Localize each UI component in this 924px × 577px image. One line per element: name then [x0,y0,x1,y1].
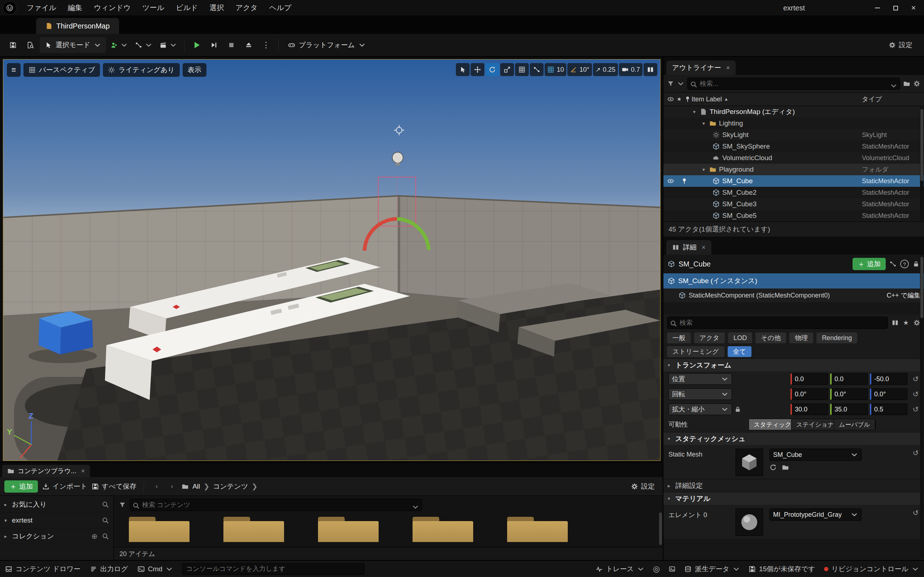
eye-icon[interactable] [667,95,674,103]
mobility-static-button[interactable]: スタティック [749,419,792,430]
filter-streaming[interactable]: ストリーミング [667,346,724,357]
star-icon[interactable]: ★ [677,96,682,102]
content-drawer-button[interactable]: コンテンツ ドロワー [5,564,81,574]
select-tool-button[interactable] [456,63,470,76]
search-icon[interactable] [102,517,109,524]
outliner-row-level[interactable]: ▾ThirdPersonMap (エディタ) [663,106,924,118]
menu-actor[interactable]: アクタ [230,0,263,16]
outliner-tab[interactable]: アウトライナー × [666,61,736,75]
menu-window[interactable]: ウィンドウ [88,0,136,16]
filter-misc[interactable]: その他 [756,332,786,343]
console-command-field[interactable] [182,563,365,575]
outliner-row-sm-cube5[interactable]: SM_Cube5 StaticMeshActor [663,210,924,221]
close-icon[interactable]: × [702,244,706,251]
eject-button[interactable] [241,37,257,53]
viewport-3d[interactable]: Z Y X ≡ パースペクティブ [3,59,661,461]
static-mesh-thumbnail[interactable] [736,449,763,476]
location-x-field[interactable]: 0.0 [790,373,828,385]
folder-item[interactable] [412,517,473,542]
rotation-dropdown[interactable]: 回転 [669,388,732,400]
play-options-button[interactable]: ⋮ [258,37,274,53]
outliner-row-lighting[interactable]: ▾Lighting [663,118,924,129]
details-settings-icon[interactable] [913,319,921,326]
frame-skip-button[interactable] [206,37,222,53]
close-icon[interactable]: × [726,64,730,72]
display-options-icon[interactable] [892,319,899,326]
close-button[interactable]: × [905,0,922,16]
details-scrollbar[interactable] [920,255,924,559]
outliner-row-skysphere[interactable]: SM_SkySphere StaticMeshActor [663,141,924,152]
add-collection-icon[interactable]: ⊕ [91,532,97,541]
scale-x-field[interactable]: 30.0 [790,403,828,415]
filter-actor[interactable]: アクタ [694,332,725,343]
viewport-3d-scene[interactable]: Z Y X [3,60,660,461]
filter-rendering[interactable]: Rendering [816,332,857,343]
static-mesh-asset-dropdown[interactable]: SM_Cube [769,449,861,461]
save-button[interactable] [5,37,21,53]
grid-snap-button[interactable]: 10 [544,63,566,76]
outliner-row-sm-cube[interactable]: SM_Cube StaticMeshActor [663,175,924,187]
editor-mode-select[interactable]: 選択モード [40,37,106,53]
play-button[interactable] [189,37,205,53]
rotation-z-field[interactable]: 0.0° [870,388,908,400]
camera-speed-button[interactable]: 0.7 [619,63,643,76]
revision-control-dropdown[interactable]: リビジョンコントロール [824,564,919,574]
console-command-input[interactable] [183,565,364,573]
folder-item[interactable] [318,517,379,542]
details-search[interactable] [667,317,888,329]
add-component-button[interactable]: ＋追加 [853,258,886,270]
outliner-row-playground[interactable]: ▾Playground フォルダ [663,164,924,175]
perspective-dropdown[interactable]: パースペクティブ [23,63,100,77]
search-icon[interactable] [102,533,109,540]
breadcrumb-root[interactable]: All [192,482,200,490]
stop-button[interactable] [223,37,239,53]
menu-build[interactable]: ビルド [170,0,204,16]
sidebar-item-collections[interactable]: ▸コレクション ⊕ [0,528,113,544]
sidebar-item-favorites[interactable]: ▸お気に入り [0,496,113,513]
location-z-field[interactable]: -50.0 [870,373,908,385]
scale-tool-button[interactable] [500,63,514,76]
menu-help[interactable]: ヘルプ [263,0,297,16]
section-materials[interactable]: ▾マテリアル [663,492,924,505]
filter-all[interactable]: 全て [728,346,751,357]
content-search[interactable] [129,499,422,511]
outliner-row-volumetriccloud[interactable]: VolumetricCloud VolumetricCloud [663,152,924,164]
scale-snap-button[interactable]: ↗ 0.25 [593,63,618,76]
add-content-button[interactable]: ＋追加 [4,480,38,493]
content-browser-tab[interactable]: コンテンツブラウ... × [2,465,90,477]
breadcrumb-current[interactable]: コンテンツ [213,482,248,491]
pin-icon[interactable] [684,95,691,103]
unsaved-changes-button[interactable]: 15個が未保存です [749,564,815,574]
blueprint-convert-icon[interactable] [889,260,897,268]
outliner-row-sm-cube2[interactable]: SM_Cube2 StaticMeshActor [663,187,924,198]
outliner-search-input[interactable] [687,77,900,90]
tab-thirdpersonmap[interactable]: ThirdPersonMap [36,18,119,34]
rotation-y-field[interactable]: 0.0° [830,388,868,400]
rotation-snap-button[interactable]: 10° [567,63,591,76]
rotate-tool-button[interactable] [485,63,499,76]
use-selected-asset-icon[interactable] [769,464,777,471]
column-type[interactable]: タイプ [862,95,924,103]
minimize-button[interactable] [868,0,887,16]
derived-data-dropdown[interactable]: 派生データ [684,564,740,574]
new-folder-icon[interactable] [903,80,910,87]
pin-icon[interactable] [681,177,688,185]
back-button[interactable]: ‹ [151,481,162,492]
filter-icon[interactable] [119,501,126,508]
outliner-search[interactable] [687,77,900,90]
column-item-label[interactable]: Item Label [691,95,722,103]
browse-content-button[interactable] [23,37,38,53]
rotation-x-field[interactable]: 0.0° [790,388,828,400]
platforms-dropdown[interactable]: プラットフォーム [283,37,371,53]
show-dropdown[interactable]: 表示 [183,63,207,77]
record-icon[interactable]: ◎ [653,564,660,574]
component-row-instance[interactable]: SM_Cube (インスタンス) [663,273,924,288]
output-log-button[interactable]: 出力ログ [90,564,128,574]
world-space-button[interactable] [515,63,529,76]
cinematics-button[interactable] [157,37,180,53]
close-icon[interactable]: × [81,467,85,475]
cmd-dropdown[interactable]: Cmd [137,565,173,573]
unreal-logo-icon[interactable] [3,1,16,15]
search-icon[interactable] [102,501,109,508]
details-tab[interactable]: 詳細 × [666,240,711,255]
